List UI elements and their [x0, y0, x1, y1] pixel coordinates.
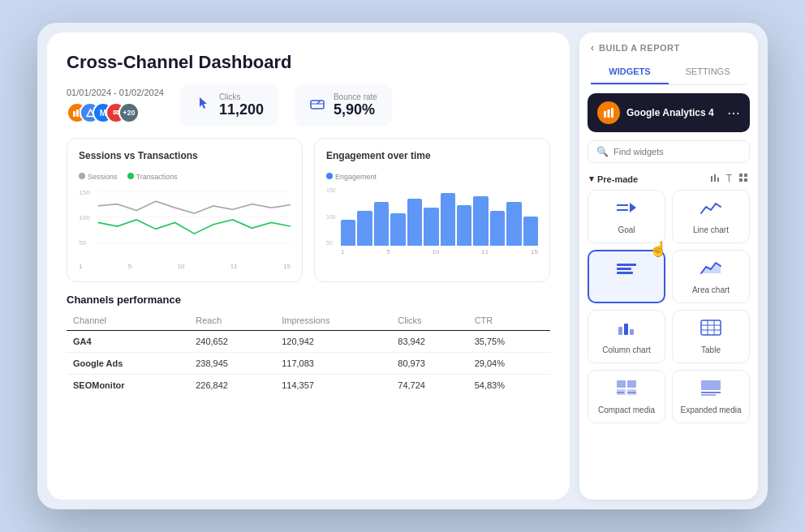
engagement-legend: Engagement	[326, 168, 538, 182]
goal-icon	[615, 199, 638, 221]
row2-channel: Google Ads	[67, 353, 189, 375]
engagement-x-labels: 1 5 10 11 15	[326, 248, 538, 255]
section-header: ▾ Pre-made T	[579, 168, 758, 190]
widget-area-chart[interactable]: Area chart	[672, 250, 750, 303]
bar-4	[390, 213, 405, 246]
widget-goal[interactable]: Goal	[588, 190, 665, 243]
filter-icon[interactable]: T	[726, 173, 732, 185]
compact-media-label: Compact media	[598, 405, 655, 414]
svg-rect-30	[701, 320, 721, 335]
svg-rect-19	[739, 178, 743, 182]
search-bar: 🔍	[588, 140, 750, 163]
line-chart-label: Line chart	[693, 225, 729, 234]
th-reach: Reach	[189, 312, 275, 331]
row2-ctr: 29,04%	[468, 353, 550, 375]
table-header-row: Channel Reach Impressions Clicks CTR	[67, 312, 550, 331]
ga4-icon	[597, 101, 620, 124]
svg-rect-0	[73, 111, 75, 117]
chevron-down-icon: ▾	[589, 174, 594, 184]
metric-bounce: Bounce rate 5,90%	[295, 84, 392, 127]
row1-ctr: 35,75%	[468, 331, 550, 353]
table-icon	[700, 319, 722, 341]
svg-rect-26	[617, 272, 633, 274]
channels-table-section: Channels performance Channel Reach Impre…	[67, 294, 550, 480]
row1-impressions: 120,942	[275, 331, 391, 353]
row3-impressions: 114,357	[275, 375, 391, 397]
compact-media-icon	[615, 379, 638, 401]
bounce-info: Bounce rate 5,90%	[334, 92, 377, 118]
bar-1	[341, 220, 355, 246]
bar-3	[374, 202, 389, 246]
bar-8	[457, 205, 471, 246]
svg-rect-29	[630, 329, 634, 335]
bar-12	[523, 217, 538, 246]
bounce-value: 5,90%	[334, 101, 377, 118]
bar-9	[473, 196, 488, 246]
table-label: Table	[701, 345, 721, 354]
area-chart-icon	[700, 259, 722, 281]
expanded-media-icon	[700, 379, 722, 401]
svg-rect-25	[617, 268, 631, 270]
svg-rect-17	[739, 174, 743, 177]
row2-clicks: 80,973	[391, 353, 467, 375]
clicks-icon	[195, 96, 211, 116]
svg-rect-4	[311, 101, 324, 109]
area-chart-label: Area chart	[692, 285, 730, 294]
svg-rect-24	[617, 264, 636, 266]
svg-rect-36	[627, 380, 636, 388]
table-row: GA4 240,652 120,942 83,942 35,75%	[67, 331, 550, 353]
metrics-row: 01/01/2024 - 01/02/2024 M ✉ +2	[67, 84, 550, 127]
back-button[interactable]: ‹	[591, 42, 594, 54]
widget-line-chart[interactable]: Line chart	[672, 190, 750, 243]
engagement-chart: Engagement over time Engagement 150 100 …	[314, 138, 550, 282]
widget-expanded-media[interactable]: Expanded media	[672, 370, 750, 423]
panel-header: ‹ BUILD A REPORT WIDGETS SETTINGS	[579, 32, 758, 85]
svg-rect-27	[618, 327, 622, 335]
section-label-text: Pre-made	[597, 174, 638, 184]
goal-label: Goal	[618, 225, 635, 234]
widget-compact-media[interactable]: Compact media	[588, 370, 665, 423]
source-icon-more[interactable]: +20	[118, 102, 140, 123]
bar-icon[interactable]	[710, 173, 720, 185]
svg-rect-41	[701, 380, 721, 390]
panel-back: ‹ BUILD A REPORT	[591, 42, 747, 54]
svg-rect-16	[717, 178, 719, 182]
table-row: SEOMonitor 226,842 114,357 74,724 54,83%	[67, 375, 550, 397]
bar-5	[407, 199, 422, 246]
section-label[interactable]: ▾ Pre-made	[589, 174, 638, 184]
column-chart-icon	[615, 319, 638, 341]
row3-clicks: 74,724	[391, 375, 467, 397]
date-section: 01/01/2024 - 01/02/2024 M ✉ +2	[67, 88, 164, 123]
sessions-legend: Sessions Transactions	[79, 168, 291, 182]
horizontal-bar-icon	[615, 260, 638, 281]
expanded-media-label: Expanded media	[680, 405, 741, 414]
sessions-chart: Sessions vs Transactions Sessions Transa…	[67, 138, 303, 282]
svg-text:150: 150	[79, 189, 90, 196]
tab-widgets[interactable]: WIDGETS	[591, 60, 669, 84]
svg-rect-18	[744, 174, 747, 177]
metric-clicks: Clicks 11,200	[180, 84, 278, 127]
th-channel: Channel	[67, 312, 189, 331]
channels-table: Channel Reach Impressions Clicks CTR GA4…	[67, 312, 550, 396]
bar-10	[490, 211, 505, 246]
svg-text:50: 50	[79, 239, 87, 247]
row3-ctr: 54,83%	[468, 375, 550, 397]
bar-7	[441, 193, 455, 246]
svg-rect-12	[608, 109, 610, 118]
grid-icon[interactable]	[738, 173, 748, 185]
tab-settings[interactable]: SETTINGS	[669, 60, 747, 84]
bar-6	[424, 208, 438, 246]
svg-text:100: 100	[79, 214, 90, 221]
source-icons: M ✉ +20	[67, 102, 164, 123]
search-input[interactable]	[613, 147, 741, 157]
svg-rect-35	[617, 380, 626, 388]
svg-rect-15	[714, 174, 716, 182]
panel-tabs: WIDGETS SETTINGS	[591, 60, 747, 85]
sessions-chart-title: Sessions vs Transactions	[79, 150, 291, 161]
sessions-x-labels: 1 5 10 11 15	[79, 263, 291, 270]
clicks-label: Clicks	[219, 92, 264, 101]
widget-table[interactable]: Table	[672, 310, 750, 363]
widget-column-chart[interactable]: Column chart	[588, 310, 665, 363]
widget-horizontal-bar[interactable]: ☝	[588, 250, 665, 303]
source-menu-button[interactable]: ⋯	[727, 105, 740, 121]
